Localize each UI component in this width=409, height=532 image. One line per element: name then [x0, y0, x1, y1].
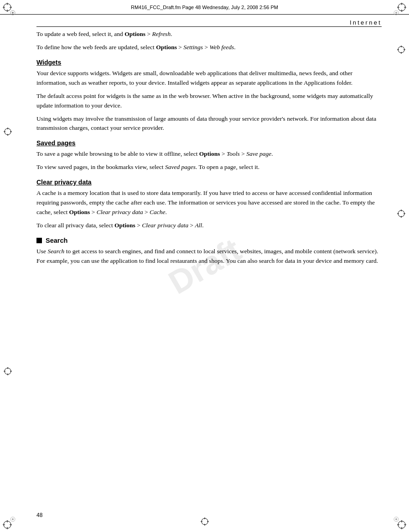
corner-mark-top-left	[3, 3, 16, 15]
widgets-para-3: Using widgets may involve the transmissi…	[36, 114, 382, 133]
header-bar: RM416_FCC_Draft.fm Page 48 Wednesday, Ju…	[0, 0, 409, 15]
widgets-para-1: Your device supports widgets. Widgets ar…	[36, 69, 382, 88]
svg-point-48	[202, 518, 208, 525]
page-number: 48	[36, 512, 42, 518]
intro-para-2: To define how the web feeds are updated,…	[36, 43, 382, 52]
side-mark-right-mid	[397, 210, 405, 220]
svg-point-38	[398, 46, 404, 53]
saved-pages-para-2: To view saved pages, in the bookmarks vi…	[36, 163, 382, 172]
page-title-area: Internet	[350, 18, 382, 26]
clear-privacy-para-2: To clear all privacy data, select Option…	[36, 221, 382, 230]
clear-privacy-heading: Clear privacy data	[36, 179, 382, 186]
corner-mark-bottom-right	[393, 517, 406, 529]
svg-point-6	[12, 12, 14, 14]
svg-point-20	[12, 518, 14, 520]
search-heading: Search	[36, 237, 382, 244]
svg-point-27	[395, 518, 397, 520]
bottom-center-mark	[201, 517, 209, 527]
search-para-1: Use Search to get access to search engin…	[36, 247, 382, 266]
header-text: RM416_FCC_Draft.fm Page 48 Wednesday, Ju…	[131, 5, 278, 10]
clear-privacy-para-1: A cache is a memory location that is use…	[36, 189, 382, 217]
side-mark-left-top	[4, 128, 12, 138]
saved-pages-heading: Saved pages	[36, 139, 382, 147]
svg-point-33	[5, 368, 11, 374]
intro-para-1: To update a web feed, select it, and Opt…	[36, 30, 382, 39]
svg-point-43	[398, 210, 404, 217]
side-mark-right-top	[397, 46, 405, 56]
svg-point-13	[395, 12, 397, 14]
widgets-para-2: The default access point for widgets is …	[36, 92, 382, 111]
title-rule	[36, 26, 382, 27]
svg-point-28	[5, 128, 11, 135]
page-container: Draft RM416_FCC_Draft.fm Page 48 Wednesd…	[0, 0, 409, 532]
main-content: To update a web feed, select it, and Opt…	[36, 30, 382, 505]
search-heading-label: Search	[46, 237, 67, 244]
page-title: Internet	[350, 19, 382, 26]
corner-mark-bottom-left	[3, 517, 16, 529]
corner-mark-top-right	[393, 3, 406, 15]
widgets-heading: Widgets	[36, 59, 382, 66]
saved-pages-para-1: To save a page while browsing to be able…	[36, 149, 382, 159]
side-mark-left-bottom	[4, 367, 12, 377]
square-icon	[36, 238, 42, 243]
